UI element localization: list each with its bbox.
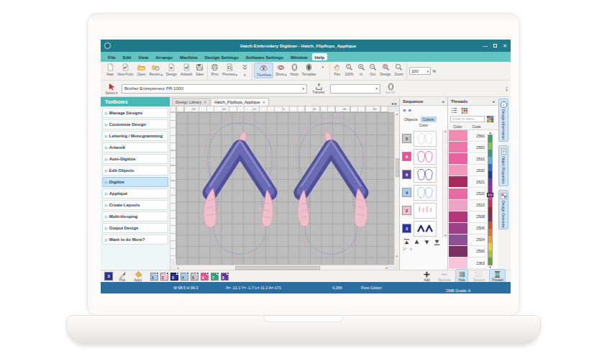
menu-software-settings[interactable]: Software Settings	[243, 53, 286, 60]
scroll-right-icon[interactable]: ▸	[385, 266, 388, 270]
tab-design-library[interactable]: Design Library✕	[172, 98, 210, 106]
toolbar-new-button[interactable]: New	[104, 63, 116, 77]
thread-list-icon[interactable]	[450, 106, 458, 114]
tab-scroll-left-icon[interactable]: ◂	[391, 101, 393, 106]
toolbox-auto-digitize[interactable]: ▷Auto-Digitize	[102, 154, 168, 165]
toolbox-lettering-monogramming[interactable]: ▷Lettering / Monogramming	[102, 131, 168, 142]
design-canvas[interactable]	[176, 112, 394, 265]
tab-hatch-flipflops-applique[interactable]: Hatch_Flipflops_Applique✕	[211, 98, 269, 106]
horizontal-scrollbar[interactable]: ◂ ▸	[176, 265, 388, 270]
panel-caret-icon[interactable]: ▸	[442, 99, 444, 104]
sequence-color-swatch[interactable]: 8	[402, 170, 411, 179]
threads-button[interactable]: Threads	[489, 269, 506, 283]
sequence-thumbnail[interactable]	[414, 131, 437, 147]
menu-machine[interactable]: Machine	[177, 53, 201, 60]
toolbar-zoom-button[interactable]: Zoom	[393, 63, 405, 77]
thread-search-input[interactable]	[450, 116, 485, 122]
thread-row[interactable]: 2506	[448, 223, 487, 235]
toolbox-want-to-do-more[interactable]: ▷Want to do More?	[102, 235, 168, 245]
side-tab-object-properties[interactable]: Object Properties	[498, 145, 508, 186]
toolbox-edit-objects[interactable]: ▷Edit Objects	[102, 165, 168, 176]
palette-swatch-8[interactable]: 8	[221, 273, 229, 281]
palette-swatch-1[interactable]: 1	[150, 273, 158, 281]
menu-edit[interactable]: Edit	[120, 53, 134, 60]
transfer-button[interactable]: Transfer	[309, 83, 328, 94]
toolbar-save-button[interactable]: Save	[194, 63, 206, 77]
machine-select[interactable]: Brother Entrepreneur PR-1000 ▾	[122, 84, 307, 94]
scrollbar-thumb[interactable]	[235, 266, 320, 270]
tab-close-icon[interactable]: ✕	[204, 100, 206, 104]
sequence-row[interactable]: 8	[400, 165, 442, 183]
toolbar-pan-button[interactable]: Pan	[332, 63, 343, 77]
menu-design-settings[interactable]: Design Settings	[202, 53, 242, 60]
sequence-tab-colors[interactable]: Colors	[421, 117, 437, 122]
thread-row[interactable]: 2500	[448, 246, 487, 258]
thread-row[interactable]: 2560	[448, 130, 487, 142]
toolbar-recent-button[interactable]: Recent ▾	[147, 63, 165, 78]
menu-view[interactable]: View	[135, 53, 151, 60]
toolbox-appliqu[interactable]: ▷Appliqué	[102, 188, 168, 199]
thread-row[interactable]: 2532	[448, 153, 487, 165]
sequence-thumbnail[interactable]	[414, 203, 437, 219]
move-up-icon[interactable]	[413, 238, 421, 246]
toolbar-template-button[interactable]: Template	[300, 63, 317, 77]
tab-scroll-buttons[interactable]: ◂▸	[389, 101, 399, 106]
thread-row[interactable]: 2504	[448, 235, 487, 246]
sequence-color-swatch[interactable]: 3	[402, 224, 411, 233]
thread-row[interactable]: 2510	[448, 200, 487, 211]
menu-file[interactable]: File	[105, 53, 119, 60]
tab-scroll-right-icon[interactable]: ▸	[395, 101, 397, 106]
toolbar-design-button[interactable]: Design	[165, 63, 179, 77]
palette-grid-icon[interactable]	[486, 115, 494, 123]
apply-color-button[interactable]: Apply	[132, 270, 145, 282]
dropdown-button[interactable]: ▾	[318, 63, 328, 73]
sequence-tab-objects[interactable]: Objects	[402, 117, 420, 122]
seq-back-icon[interactable]: «	[403, 107, 406, 114]
menu-arrange[interactable]: Arrange	[152, 53, 175, 60]
side-tab-design-information[interactable]: iDesign Information	[498, 99, 508, 142]
thread-row[interactable]: 2521	[448, 176, 487, 188]
palette-swatch-3[interactable]: 3	[170, 273, 178, 281]
move-bottom-icon[interactable]	[433, 238, 441, 246]
thread-row[interactable]: 2363	[448, 258, 487, 269]
thread-row[interactable]: 2508	[448, 211, 487, 223]
hoop-select[interactable]: ▾	[330, 84, 380, 94]
current-color-swatch[interactable]: 3	[104, 272, 113, 281]
toolbar-show-button[interactable]: Show ▾	[273, 63, 288, 78]
toolbox-artwork[interactable]: ▷Artwork	[102, 142, 168, 153]
thread-row[interactable]: 2530	[448, 165, 487, 176]
sequence-color-swatch[interactable]: 4	[402, 188, 411, 197]
sequence-thumbnail[interactable]	[414, 167, 437, 183]
panel-caret-icon[interactable]: ▸	[493, 99, 495, 104]
toolbar-hoop-button[interactable]: Hoop	[288, 63, 300, 77]
thread-color-strip[interactable]: ▲ ▼	[487, 130, 493, 270]
toolbar-print-button[interactable]: Print	[209, 63, 221, 77]
toolbar-design-button[interactable]: Design	[378, 63, 393, 77]
palette-swatch-2[interactable]: 2	[160, 273, 168, 281]
palette-swatch-7[interactable]: 7	[211, 273, 219, 281]
thread-row[interactable]: 2550	[448, 142, 487, 153]
menu-window[interactable]: Window	[288, 53, 311, 60]
palette-swatch-5[interactable]: 5	[191, 273, 198, 281]
resequence-icon[interactable]: ⇅	[410, 247, 413, 252]
scroll-up-icon[interactable]: ▴	[396, 112, 398, 117]
zoom-level-select[interactable]: 100 ▾	[409, 67, 431, 75]
renumber-icon[interactable]: 1²³	[403, 247, 407, 252]
toolbox-multi-hooping[interactable]: ▷Multi-Hooping	[102, 211, 168, 222]
menu-help[interactable]: Help	[312, 53, 327, 60]
pick-color-button[interactable]: Pick	[116, 270, 129, 282]
palette-swatch-6[interactable]: 6	[201, 273, 209, 281]
maximize-button[interactable]	[493, 43, 497, 48]
sequence-thumbnail[interactable]	[414, 185, 437, 201]
move-down-icon[interactable]	[423, 238, 431, 246]
sequence-color-swatch[interactable]: 5	[402, 134, 411, 143]
toolbar-in-button[interactable]: In	[355, 63, 367, 77]
seq-forward-icon[interactable]: »	[408, 107, 411, 114]
threads-column-headers[interactable]: Color Code	[448, 123, 498, 130]
hoop-position-button[interactable]: Left 15°	[383, 83, 398, 94]
toolbar-out-button[interactable]: Out	[367, 63, 378, 77]
sequence-row[interactable]: 2	[400, 201, 442, 219]
scroll-down-icon[interactable]: ▾	[396, 255, 398, 259]
toolbox-output-design[interactable]: ▷Output Design	[102, 223, 168, 234]
toolbar-new-from-button[interactable]: New From	[116, 63, 135, 77]
